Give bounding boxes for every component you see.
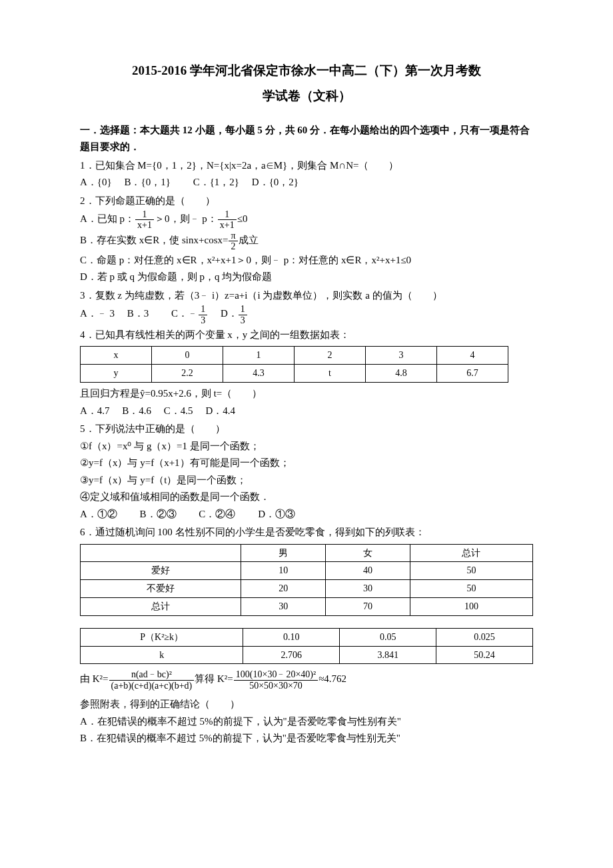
q2-a-post: ≤0	[237, 213, 248, 224]
q5-statement-3: ③y=f（x）与 y=f（t）是同一个函数；	[80, 472, 533, 489]
cell: 3	[366, 347, 437, 365]
q2-a-mid: ＞0，则﹣ p：	[155, 213, 217, 224]
y-hat: ŷ	[140, 388, 145, 399]
frac-den: x+1	[135, 220, 154, 230]
q6-formula-line: 由 K²=n(ad﹣bc)²(a+b)(c+d)(a+c)(b+d)算得 K²=…	[80, 669, 533, 691]
q2-a-frac2: 1x+1	[218, 209, 237, 231]
cell: 100	[410, 597, 532, 615]
table-row: 不爱好 20 30 50	[81, 580, 533, 598]
cell: 总计	[81, 597, 241, 615]
q2-option-a: A．已知 p：1x+1＞0，则﹣ p：1x+1≤0	[80, 209, 533, 231]
cell: 70	[326, 597, 410, 615]
q6-k2-calc-frac: 100(10×30﹣20×40)²50×50×30×70	[234, 669, 318, 691]
cell: 50	[410, 562, 532, 580]
q5-option-b: B．②③	[140, 509, 177, 519]
cell: 50	[410, 580, 532, 598]
question-3-options: A．﹣ 3 B．3 C．﹣13 D．13	[80, 304, 533, 325]
cell: 50.24	[436, 646, 533, 664]
q6-critical-values-table: P（K²≥k） 0.10 0.05 0.025 k 2.706 3.841 50…	[80, 628, 533, 665]
frac-den: 3	[239, 315, 247, 325]
cell: 0.10	[243, 628, 340, 646]
q5-option-d: D．①③	[258, 509, 295, 519]
cell: 2	[295, 347, 366, 365]
cell: 0.025	[436, 628, 533, 646]
q3-d-pre: D．	[221, 308, 238, 319]
table-row: 爱好 10 40 50	[81, 562, 533, 580]
q6-line2: 参照附表，得到的正确结论（ ）	[80, 696, 533, 713]
frac-num: 1	[135, 209, 154, 220]
cell: 2.706	[243, 646, 340, 664]
cell: 男	[241, 544, 326, 562]
frac-den: 3	[199, 315, 207, 325]
question-1-options: A．{0} B．{0，1} C．{1，2} D．{0，2}	[80, 174, 533, 191]
table-row: y 2.2 4.3 t 4.8 6.7	[81, 365, 508, 383]
question-6-stem: 6．通过随机询问 100 名性别不同的小学生是否爱吃零食，得到如下的列联表：	[80, 524, 533, 541]
page-title-line2: 学试卷（文科）	[80, 85, 533, 107]
question-4-stem: 4．已知具有线性相关的两个变量 x，y 之间的一组数据如表：	[80, 327, 533, 344]
question-4-options: A．4.7 B．4.6 C．4.5 D．4.4	[80, 403, 533, 420]
q3-d-frac: 13	[239, 304, 247, 325]
q4-line2-post: =0.95x+2.6，则 t=（ ）	[145, 388, 263, 399]
frac-num: 1	[218, 209, 237, 220]
cell: x	[81, 347, 152, 365]
q6-formula-mid: 算得 K²=	[195, 674, 233, 685]
q5-option-c: C．②④	[199, 509, 235, 519]
q4-line2: 且回归方程是ŷ=0.95x+2.6，则 t=（ ）	[80, 385, 533, 403]
page-title-line1: 2015-2016 学年河北省保定市徐水一中高二（下）第一次月考数	[80, 60, 533, 81]
q5-statement-4: ④定义域和值域相同的函数是同一个函数．	[80, 489, 533, 506]
q4-option-c: C．4.5	[164, 405, 193, 416]
cell: 0	[152, 347, 223, 365]
q6-contingency-table: 男 女 总计 爱好 10 40 50 不爱好 20 30 50 总计 30 70…	[80, 544, 533, 616]
q1-option-d: D．{0，2}	[252, 177, 299, 187]
table-row: 总计 30 70 100	[81, 597, 533, 615]
cell	[81, 544, 241, 562]
question-5-options: A．①② B．②③ C．②④ D．①③	[80, 506, 533, 523]
q6-formula-post: ≈4.762	[318, 674, 346, 685]
q2-b-post: 成立	[239, 235, 259, 245]
frac-den: x+1	[218, 220, 237, 230]
q2-option-d: D．若 p 或 q 为假命题，则 p，q 均为假命题	[80, 269, 533, 286]
q4-option-b: B．4.6	[122, 405, 151, 416]
q3-option-a: A．﹣ 3	[80, 308, 115, 319]
q3-option-d: D．13	[221, 308, 248, 319]
frac-num: 1	[199, 304, 207, 315]
q2-option-b: B．存在实数 x∈R，使 sinx+cosx=π2成立	[80, 231, 533, 252]
cell: 40	[326, 562, 410, 580]
q6-formula-pre: 由 K²=	[80, 674, 109, 685]
cell: 4	[437, 347, 508, 365]
q3-option-c: C．﹣13	[171, 308, 208, 319]
cell: 总计	[410, 544, 532, 562]
q5-option-a: A．①②	[80, 509, 117, 519]
q6-option-a: A．在犯错误的概率不超过 5%的前提下，认为"是否爱吃零食与性别有关"	[80, 713, 533, 731]
question-2-stem: 2．下列命题正确的是（ ）	[80, 193, 533, 210]
q3-c-frac: 13	[199, 304, 207, 325]
q5-statement-2: ②y=f（x）与 y=f（x+1）有可能是同一个函数；	[80, 455, 533, 472]
section-heading-1: 一．选择题：本大题共 12 小题，每小题 5 分，共 60 分．在每小题给出的四…	[80, 122, 533, 156]
frac-num: 100(10×30﹣20×40)²	[234, 669, 318, 680]
frac-num: n(ad﹣bc)²	[109, 669, 195, 680]
q1-option-b: B．{0，1}	[124, 177, 170, 187]
q2-b-pre: B．存在实数 x∈R，使 sinx+cosx=	[80, 235, 228, 245]
q2-b-frac: π2	[229, 231, 237, 252]
cell: 30	[326, 580, 410, 598]
q1-option-a: A．{0}	[80, 177, 112, 187]
q4-data-table: x 0 1 2 3 4 y 2.2 4.3 t 4.8 6.7	[80, 346, 508, 383]
cell: y	[81, 365, 152, 383]
frac-den: 50×50×30×70	[234, 681, 318, 691]
q4-option-a: A．4.7	[80, 405, 110, 416]
cell: 爱好	[81, 562, 241, 580]
cell: 20	[241, 580, 326, 598]
cell: 4.3	[223, 365, 295, 383]
cell: 30	[241, 597, 326, 615]
cell: 女	[326, 544, 410, 562]
table-row: 男 女 总计	[81, 544, 533, 562]
cell: 1	[223, 347, 295, 365]
question-3-stem: 3．复数 z 为纯虚数，若（3﹣ i）z=a+i（i 为虚数单位），则实数 a …	[80, 287, 533, 305]
frac-num: 1	[239, 304, 247, 315]
q6-option-b: B．在犯错误的概率不超过 5%的前提下，认为"是否爱吃零食与性别无关"	[80, 730, 533, 747]
cell: 6.7	[437, 365, 508, 383]
cell: t	[295, 365, 366, 383]
table-row: x 0 1 2 3 4	[81, 347, 508, 365]
cell: 4.8	[366, 365, 437, 383]
q6-k2-formula-frac: n(ad﹣bc)²(a+b)(c+d)(a+c)(b+d)	[109, 669, 195, 691]
